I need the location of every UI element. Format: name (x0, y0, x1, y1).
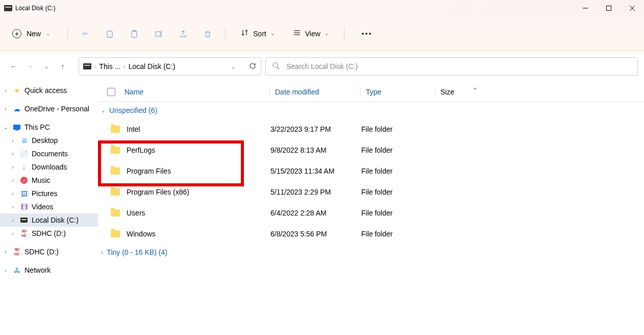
sidebar-item-quick-access[interactable]: ›★Quick access (0, 84, 98, 97)
back-button[interactable]: ← (9, 62, 18, 70)
file-date: 3/22/2023 9:17 PM (270, 125, 361, 133)
column-header-row: Name Date modified Type Size⌄ (98, 82, 644, 102)
chevron-right-icon[interactable]: › (9, 231, 16, 236)
file-row[interactable]: Users6/4/2022 2:28 AMFile folder (98, 202, 644, 223)
file-row[interactable]: Program Files (x86)5/11/2023 2:29 PMFile… (98, 181, 644, 202)
chevron-right-icon[interactable]: › (2, 268, 9, 273)
file-type: File folder (361, 125, 436, 133)
sort-icon (241, 29, 249, 38)
file-row[interactable]: Program Files5/15/2023 11:34 AMFile fold… (98, 160, 644, 181)
search-input[interactable] (286, 62, 631, 70)
address-bar[interactable]: › This ... › Local Disk (C:) ⌄ (79, 57, 261, 76)
minimize-button[interactable] (574, 0, 597, 16)
window-title: Local Disk (C:) (15, 5, 56, 12)
document-icon: 📄 (19, 150, 29, 158)
column-type[interactable]: Type (360, 88, 435, 96)
chevron-right-icon[interactable]: › (9, 138, 16, 143)
sd-icon: SDHC (19, 229, 29, 237)
recent-dropdown[interactable]: ⌄ (42, 64, 51, 69)
chevron-down-icon: ⌄ (325, 31, 329, 36)
sidebar-item-local-disk[interactable]: ›Local Disk (C:) (0, 213, 98, 227)
paste-icon[interactable] (129, 29, 139, 39)
file-row[interactable]: PerfLogs9/8/2022 8:13 AMFile folder (98, 139, 644, 160)
sidebar-item-music[interactable]: ›♪Music (0, 174, 98, 187)
folder-icon (111, 230, 120, 237)
column-size[interactable]: Size⌄ (435, 88, 481, 96)
file-date: 6/8/2023 5:56 PM (270, 230, 361, 238)
sidebar-item-documents[interactable]: ›📄Documents (0, 147, 98, 160)
chevron-right-icon: › (101, 250, 103, 255)
rename-icon[interactable] (154, 29, 164, 39)
drive-icon (19, 216, 29, 224)
file-date: 5/11/2023 2:29 PM (270, 188, 361, 196)
chevron-right-icon[interactable]: › (9, 164, 16, 170)
chevron-right-icon[interactable]: › (9, 191, 16, 197)
file-date: 6/4/2022 2:28 AM (270, 209, 361, 217)
svg-rect-7 (156, 32, 160, 36)
forward-button[interactable]: → (26, 62, 35, 70)
search-box[interactable] (265, 57, 638, 76)
star-icon: ★ (12, 86, 21, 94)
sidebar-item-desktop[interactable]: ›🖥Desktop (0, 134, 98, 147)
chevron-right-icon[interactable]: › (9, 218, 16, 223)
sort-button[interactable]: Sort ⌄ (238, 27, 278, 40)
chevron-down-icon: ⌄ (101, 108, 105, 113)
sidebar-item-this-pc[interactable]: ⌄This PC (0, 121, 98, 134)
file-type: File folder (361, 209, 436, 217)
group-header[interactable]: ›Tiny (0 - 16 KB) (4) (98, 244, 644, 260)
sidebar-item-downloads[interactable]: ›↓Downloads (0, 160, 98, 174)
delete-icon[interactable] (203, 29, 213, 39)
chevron-down-icon[interactable]: ⌄ (2, 125, 9, 130)
chevron-right-icon[interactable]: › (2, 88, 9, 93)
up-button[interactable]: ↑ (58, 62, 67, 70)
toolbar: + New ⌄ ✂ Sort ⌄ View ⌄ (0, 16, 644, 51)
chevron-right-icon[interactable]: › (9, 178, 16, 183)
chevron-right-icon[interactable]: › (9, 151, 16, 157)
address-dropdown[interactable]: ⌄ (231, 64, 235, 69)
file-name: PerfLogs (122, 146, 270, 154)
column-name[interactable]: Name (125, 88, 269, 96)
cut-icon[interactable]: ✂ (80, 29, 90, 39)
copy-icon[interactable] (105, 29, 115, 39)
folder-icon (111, 147, 120, 154)
drive-icon (4, 5, 12, 11)
folder-icon (111, 209, 120, 217)
chevron-right-icon[interactable]: › (9, 204, 16, 210)
view-button[interactable]: View ⌄ (290, 27, 332, 40)
chevron-right-icon[interactable]: › (2, 249, 9, 255)
view-icon (293, 29, 301, 38)
chevron-right-icon[interactable]: › (2, 106, 9, 112)
new-label: New (27, 30, 41, 38)
pictures-icon: 🖼 (19, 189, 29, 198)
chevron-right-icon: › (94, 64, 96, 69)
sidebar-item-videos[interactable]: ›🎞Videos (0, 200, 98, 213)
group-header[interactable]: ⌄Unspecified (6) (98, 102, 644, 118)
svg-line-13 (277, 67, 279, 69)
sidebar-item-sdhc-1[interactable]: ›SDHCSDHC (D:) (0, 227, 98, 240)
music-icon: ♪ (19, 176, 29, 184)
chevron-down-icon: ⌄ (46, 31, 50, 36)
sidebar-item-pictures[interactable]: ›🖼Pictures (0, 187, 98, 200)
chevron-down-icon: ⌄ (270, 31, 275, 36)
sidebar-item-onedrive[interactable]: ›☁OneDrive - Personal (0, 102, 98, 115)
sidebar-item-network[interactable]: ›🖧Network (0, 264, 98, 277)
new-button[interactable]: + New ⌄ (7, 26, 55, 41)
svg-point-12 (273, 63, 278, 67)
maximize-button[interactable] (597, 0, 621, 16)
crumb-local-disk[interactable]: Local Disk (C:) (129, 62, 176, 70)
crumb-this-pc[interactable]: This ... (99, 62, 120, 70)
folder-icon (111, 126, 120, 133)
column-date[interactable]: Date modified (269, 88, 360, 96)
cloud-icon: ☁ (12, 105, 21, 113)
share-icon[interactable] (178, 29, 188, 39)
select-all-checkbox[interactable] (107, 88, 115, 96)
more-button[interactable] (357, 28, 376, 40)
file-row[interactable]: Windows6/8/2023 5:56 PMFile folder (98, 223, 644, 244)
sidebar-item-sdhc-2[interactable]: ›SDHCSDHC (D:) (0, 245, 98, 258)
file-name: Intel (122, 125, 270, 133)
close-button[interactable] (621, 0, 644, 16)
refresh-button[interactable] (249, 62, 257, 71)
svg-rect-1 (607, 6, 611, 11)
file-row[interactable]: Intel3/22/2023 9:17 PMFile folder (98, 118, 644, 139)
file-date: 9/8/2022 8:13 AM (270, 146, 361, 154)
